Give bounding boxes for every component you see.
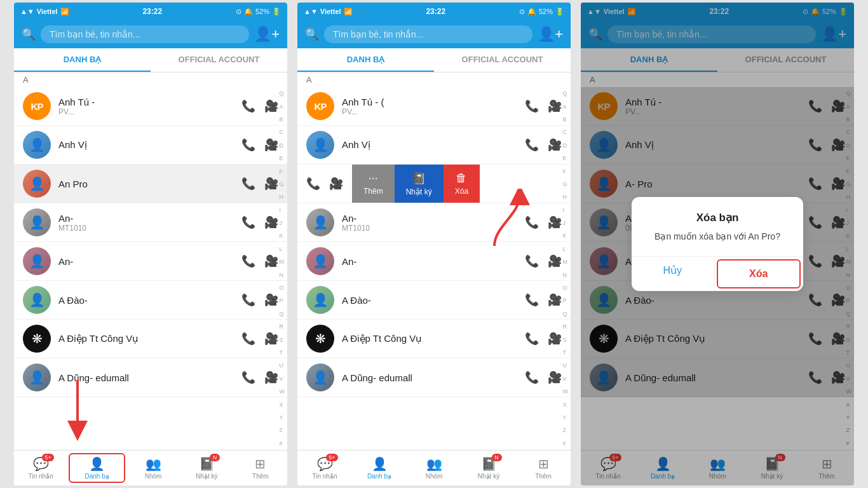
messages-badge-1: 5+ [42, 454, 53, 461]
call-icon-adao-1[interactable]: 📞 [241, 293, 255, 307]
swipe-delete-btn-2[interactable]: 🗑 Xóa [444, 165, 480, 203]
video-icon-adao-2[interactable]: 🎥 [548, 293, 562, 307]
dialog-message: Bạn muốn xóa bạn với An Pro? [644, 231, 790, 243]
call-icon-antu-1[interactable]: 📞 [241, 99, 255, 113]
swipe-more-btn-2[interactable]: ··· Thêm [352, 165, 395, 203]
contact-antu-2[interactable]: KP Anh Tú - ( PV... 📞 🎥 [297, 87, 571, 126]
contact-info-an2-2: An- [342, 256, 525, 267]
contact-adao-2[interactable]: 👤 A Đào- 📞 🎥 [297, 281, 571, 320]
contact-antu-1[interactable]: KP Anh Tú - PV... 📞 🎥 [14, 87, 287, 126]
call-icon-adao-2[interactable]: 📞 [525, 293, 539, 307]
call-icon-adiep-1[interactable]: 📞 [241, 332, 255, 346]
tab-official-2[interactable]: OFFICIAL ACCOUNT [434, 48, 571, 72]
video-icon-adao-1[interactable]: 🎥 [264, 293, 278, 307]
contact-an2-2[interactable]: 👤 An- 📞 🎥 [297, 242, 571, 281]
video-icon-an2-1[interactable]: 🎥 [264, 254, 278, 268]
search-input-2[interactable] [324, 25, 532, 43]
contact-adao-1[interactable]: 👤 A Đào- 📞 🎥 [14, 281, 287, 320]
screen-1: ▲▼ Viettel 📶 23:22 ⊙🔔52%🔋 🔍 👤+ DANH BẠ O… [14, 3, 287, 485]
video-icon-anvi-2[interactable]: 🎥 [548, 138, 562, 152]
contact-an1-1[interactable]: 👤 An- MT1010 📞 🎥 [14, 203, 287, 242]
contact-anvi-1[interactable]: 👤 Anh Vị 📞 🎥 [14, 126, 287, 165]
nav-journal-2[interactable]: 📓 N Nhật ký [461, 451, 516, 485]
delete-dialog: Xóa bạn Bạn muốn xóa bạn với An Pro? Hủy… [632, 197, 803, 291]
contact-info-anvi-2: Anh Vị [342, 139, 525, 151]
tab-danhba-1[interactable]: DANH BẠ [14, 48, 151, 72]
section-a-1: A [14, 72, 287, 87]
add-friend-btn-1[interactable]: 👤+ [254, 26, 280, 43]
avatar-anpro-1: 👤 [23, 170, 51, 198]
swipe-journal-btn-2[interactable]: 📓 Nhật ký [395, 165, 444, 203]
dialog-overlay-3: Xóa bạn Bạn muốn xóa bạn với An Pro? Hủy… [581, 3, 854, 485]
tab-official-1[interactable]: OFFICIAL ACCOUNT [151, 48, 287, 72]
nav-contacts-icon-2: 👤 [372, 456, 388, 471]
nav-groups-1[interactable]: 👥 Nhóm [126, 451, 180, 485]
contact-anvi-2[interactable]: 👤 Anh Vị 📞 🎥 [297, 126, 571, 165]
contact-adiep-2[interactable]: ❋ A Điệp Tt Công Vụ 📞 🎥 [297, 320, 571, 358]
nav-journal-icon-2: 📓 N [481, 456, 497, 471]
contact-adung-2[interactable]: 👤 A Dũng- edumall 📞 🎥 [297, 358, 571, 397]
video-icon-antu-2[interactable]: 🎥 [548, 99, 562, 113]
nav-more-1[interactable]: ⊞ Thêm [234, 451, 287, 485]
avatar-an2-2: 👤 [306, 247, 334, 275]
search-bar-1: 🔍 👤+ [14, 20, 287, 48]
tab-danhba-2[interactable]: DANH BẠ [297, 48, 434, 72]
nav-journal-icon-1: 📓 N [199, 456, 215, 471]
contact-info-anvi-1: Anh Vị [58, 139, 241, 151]
call-icon-an2-1[interactable]: 📞 [241, 254, 255, 268]
nav-messages-icon-2: 💬 5+ [317, 456, 333, 471]
contact-an2-1[interactable]: 👤 An- 📞 🎥 [14, 242, 287, 281]
contact-info-anpro-1: An Pro [58, 179, 241, 189]
nav-more-2[interactable]: ⊞ Thêm [516, 451, 571, 485]
call-icon-anvi-1[interactable]: 📞 [241, 138, 255, 152]
call-icon-anpro-1[interactable]: 📞 [241, 177, 255, 191]
dialog-confirm-btn[interactable]: Xóa [717, 259, 801, 288]
avatar-antu-1: KP [23, 92, 51, 120]
call-icon-adiep-2[interactable]: 📞 [525, 332, 539, 346]
call-icon-anpro-2[interactable]: 📞 [306, 177, 320, 191]
add-friend-btn-2[interactable]: 👤+ [538, 26, 563, 43]
nav-journal-1[interactable]: 📓 N Nhật ký [180, 451, 233, 485]
video-icon-antu-1[interactable]: 🎥 [264, 99, 278, 113]
video-icon-anvi-1[interactable]: 🎥 [264, 138, 278, 152]
contact-an1-2[interactable]: 👤 An- MT1010 📞 🎥 [297, 203, 571, 242]
video-icon-an2-2[interactable]: 🎥 [548, 254, 562, 268]
video-icon-adung-2[interactable]: 🎥 [548, 370, 562, 384]
nav-more-icon-2: ⊞ [538, 456, 549, 471]
search-icon-1: 🔍 [22, 27, 36, 41]
nav-messages-2[interactable]: 💬 5+ Tin nhắn [297, 451, 352, 485]
video-icon-anpro-1[interactable]: 🎥 [264, 177, 278, 191]
video-icon-an1-1[interactable]: 🎥 [264, 215, 278, 229]
nav-groups-2[interactable]: 👥 Nhóm [407, 451, 461, 485]
carrier-1: ▲▼ Viettel 📶 [20, 8, 69, 16]
dialog-cancel-btn[interactable]: Hủy [632, 257, 714, 291]
nav-contacts-1[interactable]: 👤 Danh bạ [69, 453, 125, 483]
video-icon-anpro-2[interactable]: 🎥 [329, 177, 343, 191]
video-icon-adiep-2[interactable]: 🎥 [548, 332, 562, 346]
screen-2: ▲▼ Viettel 📶 23:22 ⊙🔔52%🔋 🔍 👤+ DANH BẠ O… [297, 3, 571, 485]
call-icon-antu-2[interactable]: 📞 [525, 99, 539, 113]
contact-info-adiep-1: A Điệp Tt Công Vụ [58, 333, 241, 344]
contact-info-adung-1: A Dũng- edumall [58, 372, 241, 383]
call-icon-an2-2[interactable]: 📞 [525, 254, 539, 268]
contact-adiep-1[interactable]: ❋ A Điệp Tt Công Vụ 📞 🎥 [14, 320, 287, 358]
contact-adung-1[interactable]: 👤 A Dũng- edumall 📞 🎥 [14, 358, 287, 397]
nav-contacts-2[interactable]: 👤 Danh bạ [352, 451, 407, 485]
video-icon-adiep-1[interactable]: 🎥 [264, 332, 278, 346]
call-icon-an1-2[interactable]: 📞 [525, 215, 539, 229]
tabs-2: DANH BẠ OFFICIAL ACCOUNT [297, 48, 571, 72]
search-input-1[interactable] [41, 25, 249, 43]
nav-messages-1[interactable]: 💬 5+ Tin nhắn [14, 451, 67, 485]
call-icon-adung-2[interactable]: 📞 [525, 370, 539, 384]
delete-icon-2: 🗑 [456, 172, 467, 185]
video-icon-adung-1[interactable]: 🎥 [264, 370, 278, 384]
contact-anpro-row-2: 📞 🎥 ··· Thêm 📓 Nhật ký 🗑 [297, 165, 571, 203]
video-icon-an1-2[interactable]: 🎥 [548, 215, 562, 229]
contact-anpro-1[interactable]: 👤 An Pro 📞 🎥 [14, 165, 287, 203]
call-icon-an1-1[interactable]: 📞 [241, 215, 255, 229]
swipe-row-2: 📞 🎥 ··· Thêm 📓 Nhật ký 🗑 [297, 165, 571, 203]
call-icon-anvi-2[interactable]: 📞 [525, 138, 539, 152]
call-icon-adung-1[interactable]: 📞 [241, 370, 255, 384]
tabs-1: DANH BẠ OFFICIAL ACCOUNT [14, 48, 287, 72]
avatar-adung-2: 👤 [306, 363, 334, 391]
